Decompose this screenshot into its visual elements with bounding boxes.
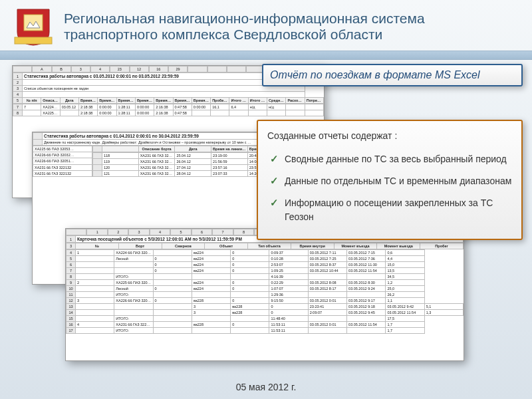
- column-header: Пробег: [420, 243, 464, 249]
- cell: 03.05.2012 8:17: [308, 286, 346, 292]
- cell: 26,2: [386, 292, 424, 298]
- column-header: Время без координат вне гаража вне объек…: [135, 98, 154, 104]
- cell: 13,5: [386, 268, 424, 274]
- cell: 0: [231, 262, 269, 268]
- cell: 0:47:58: [173, 110, 192, 116]
- cell: ва224: [192, 262, 230, 268]
- page-title: Региональная навигационно-информационная…: [64, 11, 520, 43]
- cell: 03.05.2012 11:30: [347, 262, 386, 268]
- cell: [114, 262, 153, 268]
- cell: [192, 274, 230, 280]
- cell: 0:00:00: [98, 104, 116, 110]
- cell: 1,3: [424, 310, 463, 316]
- cell: 2:16:38: [154, 104, 173, 110]
- cell: 23:57:16: [211, 165, 248, 171]
- column-header: Объект: [205, 243, 248, 249]
- cell: ХА231 66 ГАЗ 322132: [138, 171, 175, 177]
- cell: 0: [231, 268, 269, 274]
- cell: 15,0: [386, 262, 424, 268]
- column-header: Пробег по навигации, км.: [211, 98, 229, 104]
- callout-title: Отчёт по поездкам в формате MS Excel: [262, 64, 523, 86]
- cell: 2:53:07: [269, 262, 308, 268]
- cell: 1:28:11: [116, 110, 135, 116]
- cell: [76, 268, 114, 274]
- cell: 119: [102, 159, 139, 165]
- column-header: Итого ГСМ по норме 10км факт, л.: [248, 98, 267, 104]
- info-item: Данные по отдельным ТС и временным диапа…: [267, 170, 512, 192]
- cell: 0: [231, 322, 269, 328]
- cell: 03.05.2012 8:08: [308, 280, 346, 286]
- cell: [76, 274, 114, 280]
- cell: 0: [231, 286, 269, 292]
- cell: 4,4: [386, 256, 424, 262]
- cell: [60, 110, 78, 116]
- side-item: ХА231 66 ГАЗ 322132: [33, 164, 92, 170]
- column-header: Тип объекта: [248, 243, 291, 249]
- cell: ХА231 66 ГАЗ 322132 10: [114, 322, 153, 328]
- cell: [192, 316, 230, 322]
- cell: ва228: [231, 304, 269, 310]
- cell: [114, 268, 153, 274]
- side-item: ХА226-66 ПАЗ 32051…: [33, 158, 92, 164]
- cell: Лесной: [114, 256, 153, 262]
- cell: 23:07:33: [211, 171, 248, 177]
- cell: ИТОГО:: [114, 274, 153, 280]
- cell: 03.05.2012 7:15: [347, 250, 386, 256]
- cell: 5,1: [424, 304, 463, 310]
- cell: [347, 316, 386, 322]
- cell: 16,1: [211, 104, 229, 110]
- cell: 0:10:28: [269, 256, 308, 262]
- cell: [211, 110, 229, 116]
- cell: [286, 104, 305, 110]
- cell: 0: [231, 280, 269, 286]
- cell: [114, 304, 153, 310]
- cell: 03.05.2012 9:18: [347, 304, 386, 310]
- cell: ХА225 66 ПАЗ 32053-70 Лесной: [41, 110, 60, 116]
- cell: [231, 316, 269, 322]
- cell: 0: [269, 310, 308, 316]
- cell: [153, 280, 192, 286]
- cell: [231, 328, 269, 334]
- cell: 0,6: [386, 250, 424, 256]
- column-header: Время на линии по навигации: [78, 98, 97, 104]
- cell: [308, 292, 346, 298]
- cell: 25.04.12: [175, 153, 211, 159]
- column-header: Смирнов: [162, 243, 205, 249]
- header-divider: [0, 51, 532, 60]
- cell: 03.05.2012 9:24: [347, 286, 386, 292]
- cell: 17,5: [386, 316, 424, 322]
- cell: 1,7: [386, 322, 424, 328]
- cell: [308, 328, 346, 334]
- side-item: ХА231 66 ГАЗ 322132: [33, 170, 92, 176]
- cell: 1:29:36: [269, 292, 308, 298]
- cell: ва224: [192, 280, 230, 286]
- cell: [153, 328, 192, 334]
- cell: 6,4: [229, 104, 248, 110]
- cell: 23:23:41: [308, 304, 346, 310]
- cell: 0:22:29: [269, 280, 308, 286]
- cell: 34,5: [386, 274, 424, 280]
- cell: ХА224 66 ПАЗ 32053-70 Лесной: [41, 104, 60, 110]
- cell: 23:19:00: [211, 153, 248, 159]
- cell: ХА224 66 ПАЗ 32053-70 0: [114, 250, 153, 256]
- cell: 120: [102, 165, 139, 171]
- cell: ва228: [192, 298, 230, 304]
- side-item: ХА226-66 ПАЗ 32032…: [33, 152, 92, 158]
- cell: 1:28:11: [116, 104, 135, 110]
- cell: 28.04.12: [175, 171, 211, 177]
- cell: 2: [76, 280, 114, 286]
- info-item: Сводные данные по ТС за весь выбранный п…: [267, 148, 512, 170]
- cell: 03.05.12: [60, 104, 78, 110]
- cell: [305, 104, 323, 110]
- cell: 7: [23, 104, 41, 110]
- svg-rect-1: [15, 37, 52, 44]
- cell: ХА231 66 ГАЗ 322132: [138, 165, 175, 171]
- cell: [305, 110, 323, 116]
- cell: [76, 292, 114, 298]
- cell: 0: [153, 298, 192, 304]
- cell: 03.05.2012 0:01: [308, 322, 346, 328]
- cell: 21:56:59: [211, 159, 248, 165]
- cell: [229, 110, 248, 116]
- column-header: Потреблено в движении, л.: [305, 98, 323, 104]
- cell: 03.05.2012 10:44: [308, 268, 346, 274]
